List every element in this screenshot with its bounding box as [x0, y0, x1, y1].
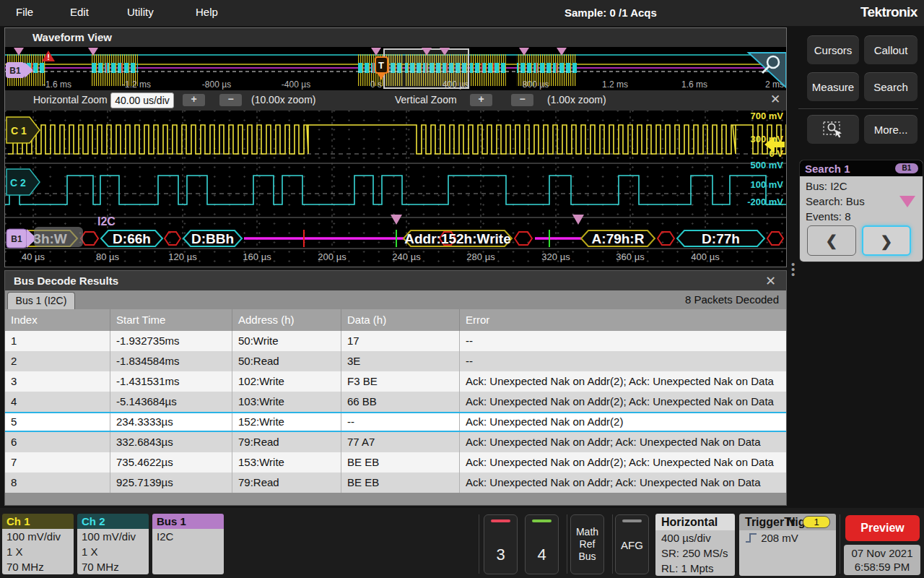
svg-text:80 µs: 80 µs: [96, 251, 120, 262]
search1-panel[interactable]: Search 1 B1 Bus: I2CSearch: BusEvents: 8…: [800, 160, 923, 262]
detail-line: RL: 1 Mpts: [661, 561, 735, 576]
horizontal-zoom-minus-button[interactable]: −: [219, 94, 242, 106]
bus1-badge[interactable]: Bus 1 I2C: [152, 514, 224, 574]
svg-text:40 µs: 40 µs: [22, 251, 45, 262]
overview-waveform-svg: -1.6 ms-1.2 ms-800 µs-400 µs0 s400 µs800…: [5, 47, 786, 90]
cell: 3E: [341, 351, 460, 371]
channel3-color-stripe: [491, 519, 510, 522]
detail-line: 70 MHz: [82, 559, 149, 574]
detail-line: I2C: [157, 529, 224, 544]
vertical-zoom-plus-button[interactable]: +: [470, 94, 492, 106]
cell: Ack: Unexpected Nak on Addr(2); Ack: Une…: [460, 452, 786, 473]
cell: Ack: Unexpected Nak on Addr; Ack: Unexpe…: [460, 473, 786, 493]
zoom-view-close-icon[interactable]: ✕: [770, 92, 780, 107]
horizontal-details: 400 µs/divSR: 250 MS/sRL: 1 Mpts: [655, 530, 735, 576]
channel1-badge-title: Ch 1: [2, 514, 74, 529]
cell: 3: [5, 371, 110, 392]
bus-packet-addr-152h-write[interactable]: Addr:152h:Write: [404, 230, 512, 246]
svg-text:-200 mV: -200 mV: [747, 197, 783, 207]
table-row-1[interactable]: 1-1.932735ms50:Write17--: [5, 331, 786, 351]
trigger-settings-badge[interactable]: TriggerTrigger N 1 208 mV: [739, 514, 836, 576]
afg-button[interactable]: AFG: [615, 514, 649, 574]
horizontal-zoom-factor: (10.00x zoom): [251, 94, 315, 105]
column-header-index[interactable]: Index: [5, 309, 110, 331]
svg-text:-800 µs: -800 µs: [202, 79, 231, 90]
results-table-header: IndexStart TimeAddress (h)Data (h)Error: [5, 309, 786, 331]
column-header-start-time[interactable]: Start Time: [110, 309, 232, 331]
math-ref-bus-line: Math: [571, 526, 603, 538]
menu-file[interactable]: File: [16, 6, 33, 18]
horizontal-zoom-plus-button[interactable]: +: [183, 94, 205, 106]
results-close-icon[interactable]: ✕: [765, 273, 776, 289]
bus-packet-d-bbh[interactable]: D:BBh: [183, 230, 242, 246]
table-row-7[interactable]: 7735.4622µs153:WriteBE EBAck: Unexpected…: [5, 452, 786, 473]
channel1-waveform-badge[interactable]: C 1: [6, 117, 40, 143]
cell: 66 BB: [341, 392, 460, 412]
zoom-select-icon: [822, 121, 844, 138]
measure-button[interactable]: Measure: [806, 72, 860, 102]
cell: F3 BE: [341, 371, 460, 392]
more--button[interactable]: More...: [863, 114, 918, 144]
channel1-badge-details: 100 mV/div1 X70 MHz: [2, 529, 74, 574]
search1-title: Search 1: [805, 163, 850, 175]
svg-text:400 µs: 400 µs: [691, 251, 720, 262]
cell: 17: [341, 331, 460, 351]
waveform-graticule[interactable]: 700 mV300 mV0 V500 mV100 mV-200 mVC 1C 2…: [5, 111, 786, 267]
cell: Ack: Unexpected Nak on Addr(2): [460, 413, 786, 431]
table-row-8[interactable]: 8925.7139µs79:ReadBE EBAck: Unexpected N…: [5, 473, 786, 493]
table-row-6[interactable]: 6332.6843µs79:Read77 A7Ack: Unexpected N…: [5, 432, 786, 452]
trigger-header: TriggerTrigger N 1: [739, 514, 836, 530]
search-next-button[interactable]: ❯: [862, 225, 911, 256]
results-title: Bus Decode Results: [14, 275, 118, 287]
callout-button[interactable]: Callout: [863, 35, 918, 65]
cell: Ack: Unexpected Nak on Addr; Ack: Unexpe…: [460, 432, 786, 452]
vertical-zoom-factor: (1.00x zoom): [547, 94, 606, 105]
search-button[interactable]: Search: [863, 72, 918, 102]
preview-button[interactable]: Preview: [845, 515, 920, 541]
column-header-data-h-[interactable]: Data (h): [341, 309, 460, 331]
bus-packet-a-79h-r[interactable]: A:79h:R: [581, 230, 655, 246]
cell: 77 A7: [341, 432, 460, 452]
bus-packet-d-77h[interactable]: D:77h: [677, 230, 764, 246]
detail-line: 400 µs/div: [661, 530, 735, 545]
results-header: Bus Decode Results ✕: [5, 271, 786, 290]
table-row-2[interactable]: 2-1.834584ms50:Read3E--: [5, 351, 786, 371]
menu-edit[interactable]: Edit: [70, 6, 89, 18]
cell: -5.143684µs: [110, 392, 232, 412]
table-row-5[interactable]: 5234.3333µs152:Write--Ack: Unexpected Na…: [5, 412, 786, 432]
svg-text:D:BBh: D:BBh: [191, 231, 234, 246]
math-ref-bus-line: Bus: [571, 551, 603, 563]
cell: 4: [5, 392, 110, 412]
menu-help[interactable]: Help: [196, 6, 218, 18]
svg-text:500 mV: 500 mV: [750, 160, 783, 171]
channel2-waveform-badge[interactable]: C 2: [6, 169, 40, 195]
channel3-button[interactable]: 3: [484, 514, 518, 574]
cursors-button[interactable]: Cursors: [806, 35, 860, 65]
channel2-badge[interactable]: Ch 2 100 mV/div1 X70 MHz: [77, 514, 149, 574]
waveform-overview-strip[interactable]: -1.6 ms-1.2 ms-800 µs-400 µs0 s400 µs800…: [5, 47, 786, 90]
cell: Ack: Unexpected Nak on Addr(2); Ack: Une…: [460, 392, 786, 412]
column-header-address-h-[interactable]: Address (h): [232, 309, 341, 331]
menu-utility[interactable]: Utility: [127, 6, 154, 18]
math-ref-bus-button[interactable]: MathRefBus: [570, 514, 604, 574]
bus-packet-d-66h[interactable]: D:66h: [101, 230, 162, 246]
column-header-error[interactable]: Error: [460, 309, 786, 331]
vertical-zoom-minus-button[interactable]: −: [511, 94, 533, 106]
horizontal-settings-badge[interactable]: Horizontal 400 µs/divSR: 250 MS/sRL: 1 M…: [655, 514, 735, 576]
math-ref-bus-label: MathRefBus: [571, 526, 603, 563]
channel1-badge[interactable]: Ch 1 100 mV/div1 X70 MHz: [2, 514, 74, 574]
svg-text:C 2: C 2: [10, 177, 26, 189]
zoom-select-button[interactable]: [806, 114, 860, 144]
datetime-display: 07 Nov 2021 6:58:59 PM: [844, 545, 920, 575]
table-row-4[interactable]: 4-5.143684µs103:Write66 BBAck: Unexpecte…: [5, 392, 786, 412]
cell: Ack: Unexpected Nak on Addr(2); Ack: Une…: [460, 371, 786, 392]
horizontal-zoom-scale-input[interactable]: 40.00 us/div: [110, 92, 174, 108]
detail-line: 1 X: [82, 544, 149, 559]
search-previous-button[interactable]: ❮: [807, 225, 856, 256]
channel4-button[interactable]: 4: [525, 514, 559, 574]
svg-text:1.6 ms: 1.6 ms: [681, 79, 707, 90]
detail-line: 100 mV/div: [6, 529, 74, 544]
table-row-3[interactable]: 3-1.431531ms102:WriteF3 BEAck: Unexpecte…: [5, 371, 786, 392]
svg-text:-1.6 ms: -1.6 ms: [43, 79, 71, 90]
tab-bus1-i2c[interactable]: Bus 1 (I2C): [7, 292, 75, 309]
